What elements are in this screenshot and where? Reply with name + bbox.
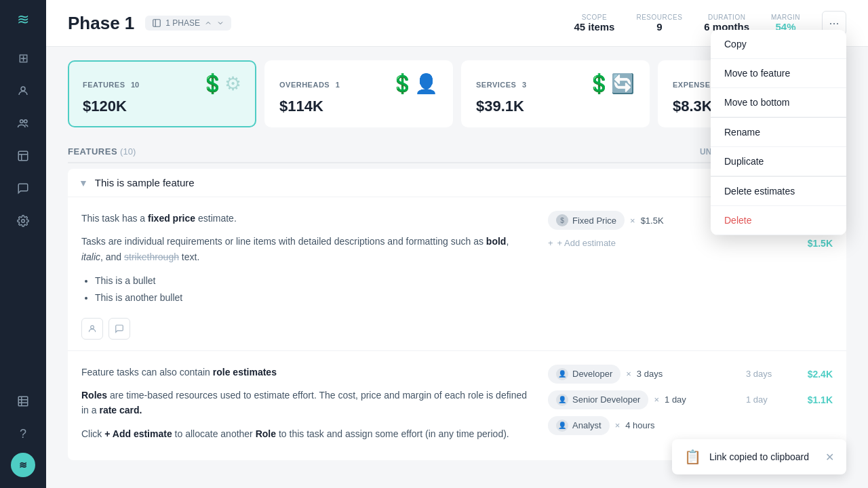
- fixed-price-tag[interactable]: $ Fixed Price: [548, 211, 625, 230]
- senior-developer-effort: 1 day: [665, 394, 686, 405]
- sidebar-item-users[interactable]: [9, 77, 37, 104]
- menu-move-to-bottom[interactable]: Move to bottom: [711, 88, 846, 117]
- developer-cost: $2.4K: [792, 369, 833, 380]
- sidebar-item-settings[interactable]: [9, 207, 37, 235]
- senior-developer-unit: 1 day: [746, 394, 787, 405]
- logo-icon[interactable]: ≋: [17, 11, 29, 28]
- developer-unit: 3 days: [746, 369, 787, 379]
- svg-rect-9: [153, 20, 161, 27]
- menu-copy[interactable]: Copy: [711, 30, 846, 59]
- stat-resources-value: 9: [656, 21, 662, 33]
- svg-rect-5: [18, 396, 28, 406]
- sidebar-item-apps[interactable]: ⊞: [9, 45, 37, 72]
- card-features-label: FEATURES: [83, 81, 125, 89]
- developer-label: Developer: [572, 369, 612, 379]
- card-services[interactable]: SERVICES 3 💲🔄 $39.1K: [461, 60, 650, 127]
- senior-developer-cost: $1.1K: [792, 394, 833, 405]
- features-count: (10): [120, 146, 136, 157]
- senior-developer-tag[interactable]: 👤 Senior Developer: [548, 390, 648, 409]
- sidebar-bottom: ? ≋: [9, 388, 37, 477]
- page-title: Phase 1: [68, 13, 134, 34]
- card-services-amount: $39.1K: [476, 98, 635, 115]
- card-features-header: FEATURES 10 💲⚙: [83, 73, 241, 95]
- stat-scope-value: 45 items: [574, 21, 614, 33]
- services-icon: 💲🔄: [587, 73, 635, 95]
- chevron-down-icon[interactable]: ▼: [79, 178, 88, 188]
- toast-close-button[interactable]: ✕: [825, 451, 834, 464]
- avatar[interactable]: ≋: [11, 453, 35, 477]
- menu-move-to-feature[interactable]: Move to feature: [711, 59, 846, 88]
- developer-tag[interactable]: 👤 Developer: [548, 365, 620, 384]
- analyst-icon: 👤: [556, 420, 568, 432]
- svg-point-1: [20, 120, 24, 123]
- card-features[interactable]: FEATURES 10 💲⚙ $120K: [68, 60, 256, 127]
- menu-duplicate[interactable]: Duplicate: [711, 147, 846, 176]
- main-content: Phase 1 1 PHASE SCOPE 45 items RESOURCES…: [46, 0, 868, 488]
- analyst-label: Analyst: [572, 420, 601, 430]
- analyst-tag[interactable]: 👤 Analyst: [548, 416, 610, 435]
- role-estimates-col: 👤 Developer × 3 days 3 days $2.4K 👤 Seni…: [548, 365, 833, 450]
- role-task-description: Feature tasks can also contain role esti…: [81, 365, 532, 450]
- stat-resources: RESOURCES 9: [636, 14, 682, 33]
- analyst-remove[interactable]: ×: [615, 420, 620, 430]
- sidebar-item-chat[interactable]: [9, 175, 37, 202]
- context-menu: Copy Move to feature Move to bottom Rena…: [711, 30, 846, 235]
- developer-icon: 👤: [556, 368, 568, 380]
- sidebar-item-help[interactable]: ?: [9, 420, 37, 447]
- svg-point-4: [22, 220, 25, 223]
- sidebar-item-team[interactable]: [9, 110, 37, 137]
- menu-delete[interactable]: Delete: [711, 206, 846, 235]
- list-item: This is another bullet: [95, 289, 532, 306]
- svg-point-2: [24, 120, 28, 123]
- developer-remove[interactable]: ×: [626, 369, 631, 379]
- senior-developer-remove[interactable]: ×: [654, 394, 659, 405]
- developer-effort: 3 days: [637, 369, 663, 379]
- svg-point-11: [91, 325, 94, 329]
- phase-badge-label: 1 PHASE: [165, 18, 200, 28]
- fixed-price-remove[interactable]: ×: [630, 216, 635, 226]
- svg-point-0: [21, 87, 25, 91]
- role-row-developer: 👤 Developer × 3 days 3 days $2.4K: [548, 365, 833, 384]
- sidebar-item-box[interactable]: [9, 142, 37, 169]
- role-row-senior: 👤 Senior Developer × 1 day 1 day $1.1K: [548, 390, 833, 409]
- card-features-amount: $120K: [83, 98, 241, 115]
- role-row-analyst: 👤 Analyst × 4 hours: [548, 416, 833, 435]
- analyst-effort: 4 hours: [625, 420, 654, 430]
- features-title: FEATURES: [68, 146, 117, 157]
- estimate-row-total: $1.5K: [792, 238, 833, 249]
- sidebar-item-table[interactable]: [9, 388, 37, 415]
- card-expenses-label: EXPENSES: [673, 81, 715, 89]
- senior-developer-icon: 👤: [556, 394, 568, 406]
- fixed-price-value: $1.5K: [641, 216, 664, 226]
- list-item: This is a bullet: [95, 272, 532, 289]
- toast: 📋 Link copied to clipboard ✕: [672, 439, 846, 474]
- card-overheads[interactable]: OVERHEADS 1 💲👤 $114K: [264, 60, 453, 127]
- task-text-main: This task has a fixed price estimate.: [81, 211, 532, 226]
- feature-name: This is sample feature: [95, 177, 747, 188]
- add-estimate-button[interactable]: + + Add estimate: [548, 235, 616, 251]
- senior-developer-label: Senior Developer: [572, 394, 640, 405]
- task-description: This task has a fixed price estimate. Ta…: [81, 211, 532, 340]
- plus-icon: +: [548, 238, 553, 248]
- user-action-icon[interactable]: [81, 318, 103, 340]
- role-intro-text: Feature tasks can also contain role esti…: [81, 365, 532, 380]
- card-overheads-label: OVERHEADS: [279, 81, 330, 89]
- card-overheads-amount: $114K: [279, 98, 438, 115]
- sidebar: ≋ ⊞ ? ≋: [0, 0, 46, 488]
- card-overheads-header: OVERHEADS 1 💲👤: [279, 73, 438, 95]
- card-features-count: 10: [131, 81, 139, 89]
- add-estimate-label: + Add estimate: [557, 238, 616, 248]
- menu-rename[interactable]: Rename: [711, 118, 846, 147]
- phase-badge[interactable]: 1 PHASE: [145, 16, 231, 30]
- card-services-count: 3: [522, 81, 526, 89]
- task-actions: [81, 318, 532, 340]
- comment-action-icon[interactable]: [108, 318, 130, 340]
- menu-delete-estimates[interactable]: Delete estimates: [711, 177, 846, 206]
- fixed-price-tag-icon: $: [556, 214, 568, 226]
- overheads-icon: 💲👤: [391, 73, 438, 95]
- features-icon: 💲⚙: [201, 73, 241, 95]
- card-overheads-count: 1: [336, 81, 340, 89]
- stat-margin-label: MARGIN: [771, 14, 800, 21]
- fixed-price-label: Fixed Price: [572, 216, 616, 226]
- stat-duration-label: DURATION: [708, 14, 745, 21]
